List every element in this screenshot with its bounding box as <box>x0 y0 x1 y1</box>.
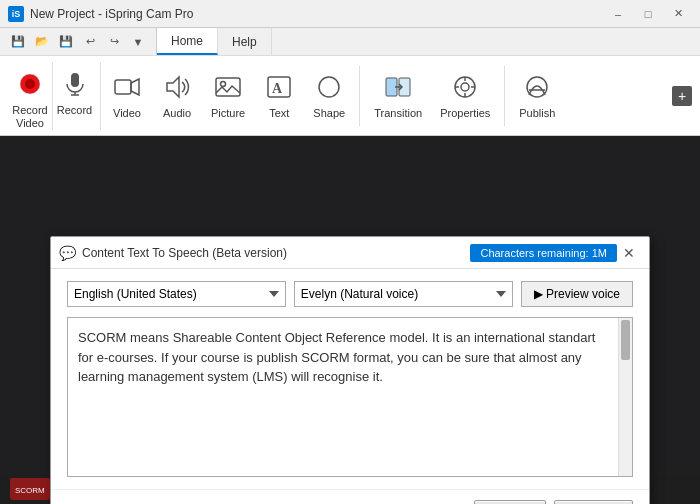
qa-dropdown-button[interactable]: ▼ <box>128 32 148 52</box>
lang-voice-row: English (United States) Evelyn (Natural … <box>67 281 633 307</box>
dialog-title-area: 💬 Content Text To Speech (Beta version) <box>59 245 470 261</box>
text-icon: A <box>263 71 295 103</box>
shape-button[interactable]: Shape <box>305 62 353 130</box>
qa-undo-button[interactable]: ↩ <box>80 32 100 52</box>
window-title: New Project - iSpring Cam Pro <box>30 7 604 21</box>
record-group-right: Record <box>52 62 96 130</box>
audio-icon <box>161 71 193 103</box>
shape-label: Shape <box>313 107 345 120</box>
qa-open-button[interactable]: 📂 <box>32 32 52 52</box>
voice-select[interactable]: Evelyn (Natural voice) <box>294 281 513 307</box>
preview-voice-button[interactable]: ▶ Preview voice <box>521 281 633 307</box>
dialog-body: English (United States) Evelyn (Natural … <box>51 269 649 489</box>
dialog-title: Content Text To Speech (Beta version) <box>82 246 287 260</box>
record-video-button[interactable]: Record Video <box>8 62 51 132</box>
chars-remaining-badge: Characters remaining: 1M <box>470 244 617 262</box>
mic-icon <box>59 68 91 100</box>
svg-point-12 <box>319 77 339 97</box>
svg-rect-8 <box>216 78 240 96</box>
svg-point-1 <box>25 79 35 89</box>
record-label: Record <box>57 104 92 117</box>
transition-label: Transition <box>374 107 422 120</box>
picture-label: Picture <box>211 107 245 120</box>
svg-marker-7 <box>167 77 179 97</box>
transition-icon <box>382 71 414 103</box>
record-video-icon <box>14 68 46 100</box>
main-area: 💬 Content Text To Speech (Beta version) … <box>0 136 700 474</box>
video-icon <box>111 71 143 103</box>
menu-tab-home[interactable]: Home <box>157 28 218 55</box>
svg-marker-6 <box>131 79 139 95</box>
scroll-thumb <box>621 320 630 360</box>
tts-text-input[interactable]: SCORM means Shareable Content Object Ref… <box>68 318 632 476</box>
title-bar: iS New Project - iSpring Cam Pro – □ ✕ <box>0 0 700 28</box>
close-button[interactable]: ✕ <box>664 4 692 24</box>
properties-button[interactable]: Properties <box>432 62 498 130</box>
app-icon: iS <box>8 6 24 22</box>
text-scrollbar[interactable] <box>618 318 632 476</box>
properties-icon <box>449 71 481 103</box>
audio-label: Audio <box>163 107 191 120</box>
insert-button[interactable]: Insert <box>474 500 546 504</box>
dialog-header: 💬 Content Text To Speech (Beta version) … <box>51 237 649 269</box>
publish-button[interactable]: Publish <box>511 62 563 130</box>
svg-rect-2 <box>71 73 79 87</box>
text-area-container: SCORM means Shareable Content Object Ref… <box>67 317 633 477</box>
record-video-group: Record Video Record <box>8 62 101 130</box>
window-controls: – □ ✕ <box>604 4 692 24</box>
quick-access-toolbar: 💾 📂 💾 ↩ ↪ ▼ <box>0 28 157 55</box>
restore-button[interactable]: □ <box>634 4 662 24</box>
svg-rect-5 <box>115 80 131 94</box>
qa-save2-button[interactable]: 💾 <box>56 32 76 52</box>
menu-tab-help[interactable]: Help <box>218 28 272 55</box>
ribbon: Record Video Record <box>0 56 700 136</box>
transition-button[interactable]: Transition <box>366 62 430 130</box>
qa-redo-button[interactable]: ↪ <box>104 32 124 52</box>
record-video-label2: Video <box>16 117 44 130</box>
text-label: Text <box>269 107 289 120</box>
bottom-thumbnail: SCORM <box>10 478 50 500</box>
add-button[interactable]: + <box>672 86 692 106</box>
svg-point-16 <box>461 83 469 91</box>
minimize-button[interactable]: – <box>604 4 632 24</box>
record-video-left: Record Video <box>8 62 52 130</box>
language-select[interactable]: English (United States) <box>67 281 286 307</box>
record-button[interactable]: Record <box>53 62 96 130</box>
qa-save-button[interactable]: 💾 <box>8 32 28 52</box>
publish-label: Publish <box>519 107 555 120</box>
video-label: Video <box>113 107 141 120</box>
dialog-overlay: 💬 Content Text To Speech (Beta version) … <box>0 136 700 474</box>
svg-point-9 <box>221 81 226 86</box>
picture-icon <box>212 71 244 103</box>
menu-tabs: Home Help <box>157 28 272 55</box>
shape-icon <box>313 71 345 103</box>
text-button[interactable]: A Text <box>255 62 303 130</box>
cancel-button[interactable]: Cancel <box>554 500 633 504</box>
tts-icon: 💬 <box>59 245 76 261</box>
svg-text:A: A <box>272 81 283 96</box>
record-video-label: Record <box>12 104 47 117</box>
dialog-close-button[interactable]: ✕ <box>617 241 641 265</box>
dialog-footer: Insert Cancel ☞ <box>51 489 649 504</box>
audio-button[interactable]: Audio <box>153 62 201 130</box>
properties-label: Properties <box>440 107 490 120</box>
menu-bar: 💾 📂 💾 ↩ ↪ ▼ Home Help <box>0 28 700 56</box>
video-button[interactable]: Video <box>103 62 151 130</box>
picture-button[interactable]: Picture <box>203 62 253 130</box>
publish-icon <box>521 71 553 103</box>
tts-dialog: 💬 Content Text To Speech (Beta version) … <box>50 236 650 504</box>
svg-text:SCORM: SCORM <box>15 486 45 495</box>
